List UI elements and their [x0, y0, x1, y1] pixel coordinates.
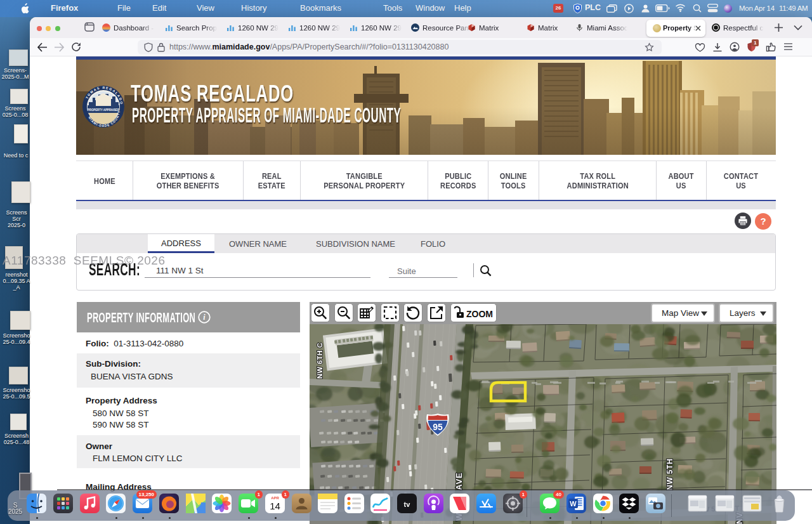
- svg-text:W: W: [570, 500, 577, 508]
- svg-text:NW 5TH: NW 5TH: [665, 458, 674, 490]
- svg-text:APR: APR: [271, 496, 279, 500]
- svg-text:NW 6TH C: NW 6TH C: [316, 343, 324, 379]
- svg-text:PROPERTY APPRAISER: PROPERTY APPRAISER: [88, 108, 120, 112]
- svg-text:ZOOM: ZOOM: [466, 309, 493, 319]
- svg-text:tv: tv: [404, 501, 411, 508]
- svg-text:i: i: [203, 313, 206, 322]
- svg-text:95: 95: [433, 422, 443, 432]
- svg-text:14: 14: [270, 501, 280, 511]
